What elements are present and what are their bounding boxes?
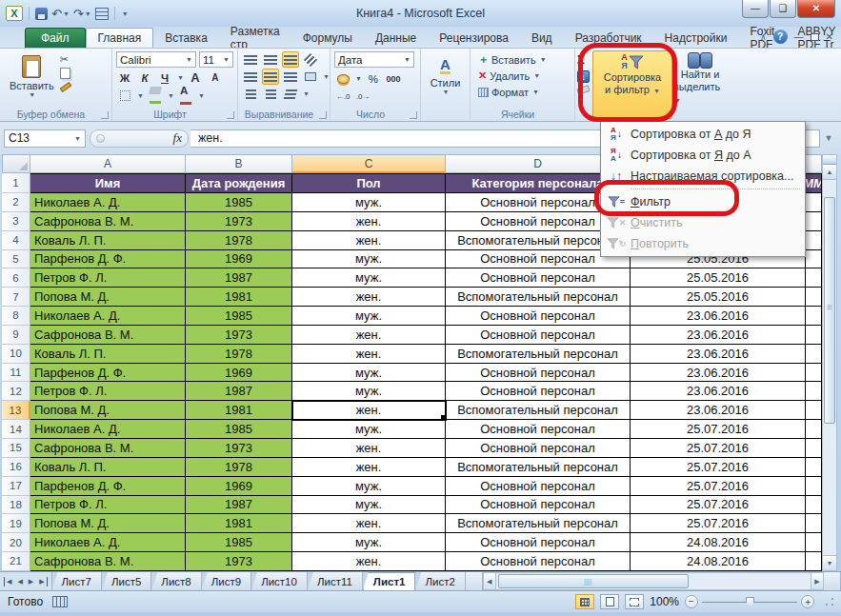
- cell-F2[interactable]: [806, 193, 822, 212]
- cell-B6[interactable]: 1987: [186, 268, 292, 288]
- resize-grip[interactable]: [824, 596, 835, 607]
- chevron-down-icon[interactable]: ▼: [74, 135, 81, 142]
- sheet-tab-лист2[interactable]: Лист2: [415, 572, 465, 590]
- normal-view-button[interactable]: [575, 594, 594, 609]
- collapse-ribbon-icon[interactable]: ∧: [760, 32, 767, 42]
- sheet-tab-лист8[interactable]: Лист8: [151, 572, 201, 590]
- cell-E13[interactable]: 23.06.2016: [631, 401, 806, 420]
- chevron-down-icon[interactable]: ▼: [323, 73, 330, 80]
- chevron-down-icon[interactable]: ▼: [532, 89, 539, 95]
- cell-A9[interactable]: Сафронова В. М.: [30, 326, 186, 345]
- cell-E19[interactable]: 25.07.2016: [631, 514, 806, 533]
- cell-B12[interactable]: 1987: [186, 382, 292, 401]
- row-header[interactable]: 9: [2, 326, 30, 345]
- row-header[interactable]: 2: [2, 193, 30, 212]
- cell-A3[interactable]: Сафронова В. М.: [30, 212, 186, 231]
- chevron-down-icon[interactable]: ▼: [533, 72, 540, 79]
- horizontal-scrollbar[interactable]: [496, 572, 811, 590]
- tab-файл[interactable]: Файл: [25, 28, 86, 48]
- scroll-up-icon[interactable]: ▲: [823, 165, 836, 180]
- scroll-right-icon[interactable]: ▶: [811, 572, 824, 590]
- cell-C10[interactable]: жен.: [292, 345, 446, 364]
- cell-F3[interactable]: [806, 212, 822, 231]
- scroll-left-icon[interactable]: ◀: [483, 572, 496, 590]
- dialog-launcher-icon[interactable]: [101, 111, 109, 119]
- row-header[interactable]: 13: [2, 401, 30, 420]
- decrease-decimal-button[interactable]: .0→: [354, 89, 371, 105]
- cell-B7[interactable]: 1981: [186, 288, 292, 307]
- cell-F10[interactable]: [806, 345, 822, 364]
- workbook-minimize-button[interactable]: —: [794, 32, 804, 42]
- menu-item-sort-az[interactable]: АЯ↓Сортировка от А до Я: [602, 124, 804, 145]
- align-top-button[interactable]: [242, 51, 259, 68]
- increase-indent-button[interactable]: [262, 86, 279, 102]
- cell-A20[interactable]: Николаев А. Д.: [30, 533, 186, 552]
- sheet-tab-лист11[interactable]: Лист11: [308, 572, 363, 590]
- sheet-tab-лист9[interactable]: Лист9: [202, 572, 251, 590]
- header-cell[interactable]: ММ: [806, 173, 822, 193]
- cell-B9[interactable]: 1973: [186, 326, 292, 345]
- chevron-down-icon[interactable]: ▼: [355, 75, 362, 82]
- first-sheet-icon[interactable]: ◀: [4, 577, 13, 586]
- italic-button[interactable]: К: [136, 70, 153, 86]
- cell-D17[interactable]: Основной персонал: [446, 477, 631, 496]
- cell-F11[interactable]: [806, 364, 822, 383]
- row-header[interactable]: 19: [2, 514, 30, 533]
- dialog-launcher-icon[interactable]: [227, 111, 234, 119]
- tab-надстройки[interactable]: Надстройки: [653, 28, 739, 48]
- number-format-select[interactable]: Дата▼: [334, 51, 414, 68]
- chevron-down-icon[interactable]: ▼: [177, 74, 184, 81]
- cell-D14[interactable]: Основной персонал: [446, 420, 631, 439]
- cell-C15[interactable]: жен.: [292, 439, 446, 458]
- cell-D19[interactable]: Вспомогательный персонал: [446, 514, 631, 533]
- menu-item-sort-za[interactable]: ЯА↓Сортировка от Я до А: [602, 145, 804, 166]
- cell-E17[interactable]: 25.07.2016: [631, 477, 806, 496]
- dialog-launcher-icon[interactable]: [410, 111, 417, 119]
- cell-B14[interactable]: 1985: [186, 420, 292, 439]
- align-left-button[interactable]: [242, 69, 259, 85]
- row-header[interactable]: 20: [2, 533, 30, 552]
- cell-F8[interactable]: [806, 307, 822, 326]
- cell-D11[interactable]: Основной персонал: [446, 364, 631, 383]
- cell-F5[interactable]: [806, 250, 822, 269]
- chevron-down-icon[interactable]: ▼: [540, 56, 547, 63]
- cell-B8[interactable]: 1985: [186, 307, 292, 326]
- cell-A2[interactable]: Николаев А. Д.: [30, 193, 186, 212]
- align-center-button[interactable]: [262, 69, 279, 85]
- cell-E14[interactable]: 25.07.2016: [631, 420, 806, 439]
- cut-button[interactable]: ✂: [60, 53, 71, 65]
- borders-button[interactable]: [116, 88, 133, 104]
- scrollbar-thumb[interactable]: [824, 197, 835, 424]
- cell-A14[interactable]: Николаев А. Д.: [30, 420, 186, 439]
- cell-B2[interactable]: 1985: [186, 193, 292, 212]
- cell-C3[interactable]: жен.: [292, 212, 446, 231]
- last-sheet-icon[interactable]: ▶: [37, 577, 47, 586]
- paste-button[interactable]: Вставить ▼: [10, 55, 54, 108]
- cell-B17[interactable]: 1969: [186, 477, 292, 496]
- tab-вид[interactable]: Вид: [520, 28, 564, 48]
- cell-C11[interactable]: муж.: [292, 364, 446, 383]
- find-select-button[interactable]: Найти и выделить ▼: [673, 50, 727, 119]
- cell-D12[interactable]: Основной персонал: [446, 382, 631, 401]
- cell-B20[interactable]: 1985: [186, 533, 292, 552]
- chevron-down-icon[interactable]: ▼: [198, 92, 205, 99]
- cell-F19[interactable]: [806, 514, 822, 533]
- cell-C17[interactable]: муж.: [292, 477, 446, 496]
- cell-A21[interactable]: Сафронова В. М.: [30, 552, 186, 571]
- cell-A8[interactable]: Николаев А. Д.: [30, 307, 186, 326]
- macro-record-icon[interactable]: [52, 596, 68, 607]
- minimize-button[interactable]: —: [742, 0, 769, 18]
- cell-D9[interactable]: Основной персонал: [446, 326, 631, 345]
- tab-разметка-стр[interactable]: Разметка стр: [219, 28, 291, 48]
- dialog-launcher-icon[interactable]: [319, 111, 327, 119]
- clear-button[interactable]: [576, 85, 591, 95]
- align-bottom-button[interactable]: [282, 51, 299, 68]
- percent-button[interactable]: %: [365, 70, 382, 87]
- cell-E18[interactable]: 25.07.2016: [631, 496, 806, 515]
- header-cell[interactable]: Дата рождения: [186, 173, 292, 193]
- column-header-B[interactable]: B: [186, 154, 292, 173]
- zoom-level[interactable]: 100%: [650, 595, 679, 608]
- cell-B16[interactable]: 1978: [186, 458, 292, 477]
- delete-cells-button[interactable]: ✕Удалить▼: [478, 68, 571, 84]
- cell-F14[interactable]: [806, 420, 822, 439]
